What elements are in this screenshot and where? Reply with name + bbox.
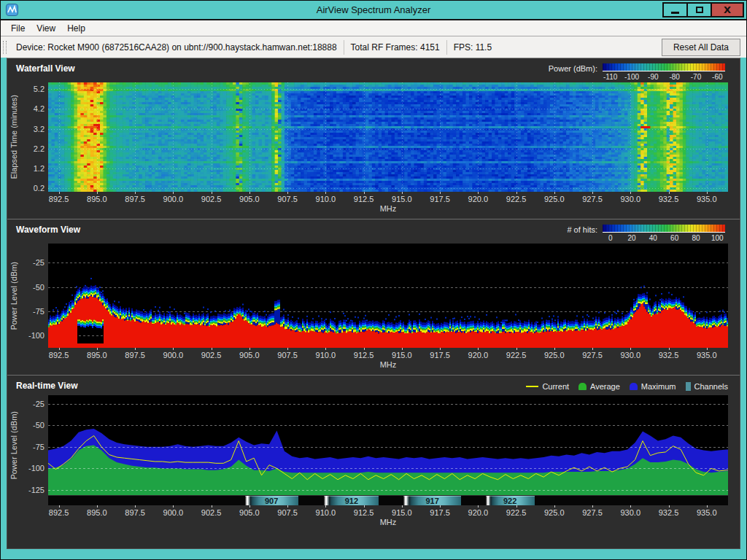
power-gradient-bar xyxy=(603,63,725,71)
channel-segment-912[interactable]: 912 xyxy=(324,496,379,505)
x-tick-label: 900.0 xyxy=(163,351,184,359)
x-tick-label: 922.5 xyxy=(506,351,527,359)
maximize-button[interactable] xyxy=(686,2,712,18)
x-tick-label: 897.5 xyxy=(125,195,145,203)
menu-file[interactable]: File xyxy=(5,23,31,34)
y-tick-label: -100 xyxy=(28,331,44,340)
x-tick-mark xyxy=(364,192,365,194)
legend-maximum: Maximum xyxy=(630,382,676,391)
x-tick-label: 920.0 xyxy=(468,351,489,359)
x-tick-label: 907.5 xyxy=(277,195,298,203)
reset-all-data-button[interactable]: Reset All Data xyxy=(662,39,740,56)
y-tick-label: -125 xyxy=(28,486,44,494)
x-tick-label: 932.5 xyxy=(659,508,679,517)
x-tick-mark xyxy=(440,192,441,194)
realtime-spectrum-canvas xyxy=(48,395,728,495)
y-tick-label: -75 xyxy=(33,443,44,451)
y-tick-label: -25 xyxy=(33,258,44,267)
app-window: AirView Spectrum Analyzer X File View He… xyxy=(0,0,747,560)
x-tick-mark xyxy=(59,192,60,194)
x-tick-mark xyxy=(554,348,555,350)
x-tick-mark xyxy=(364,348,365,350)
minimize-button[interactable] xyxy=(662,2,688,18)
channel-segment-922[interactable]: 922 xyxy=(486,496,535,505)
x-tick-mark xyxy=(554,505,555,508)
x-tick-label: 892.5 xyxy=(49,508,69,517)
y-tick-label: -25 xyxy=(33,400,44,408)
waterfall-yaxis: Elapsed Time (minutes) 5.24.23.22.21.20.… xyxy=(7,82,48,192)
realtime-section: Real-time View Current Average Maximu xyxy=(7,375,740,532)
x-tick-label: 935.0 xyxy=(697,195,717,203)
x-tick-label: 917.5 xyxy=(430,195,450,203)
x-tick-label: 915.0 xyxy=(392,351,412,359)
x-tick-label: 927.5 xyxy=(582,351,603,359)
menu-view[interactable]: View xyxy=(31,23,61,34)
x-tick-mark xyxy=(212,505,212,508)
x-tick-mark xyxy=(59,348,60,350)
x-tick-mark xyxy=(135,192,136,194)
close-button[interactable]: X xyxy=(711,2,744,18)
colorbar-tick-label: -80 xyxy=(664,71,685,81)
waterfall-chart: Elapsed Time (minutes) 5.24.23.22.21.20.… xyxy=(7,82,740,192)
colorbar-tick-label: 80 xyxy=(685,233,706,242)
channel-bar: 907912917922 xyxy=(48,496,728,505)
x-tick-mark xyxy=(135,505,136,508)
x-tick-mark xyxy=(249,192,250,194)
x-tick-mark xyxy=(707,192,708,194)
x-tick-label: 932.5 xyxy=(659,351,679,359)
realtime-chart: Power Level (dBm) -25-50-75-100-125 xyxy=(7,395,740,495)
x-tick-mark xyxy=(173,505,174,508)
x-tick-mark xyxy=(478,505,479,508)
x-tick-mark xyxy=(59,505,60,508)
x-tick-label: 902.5 xyxy=(201,351,222,359)
legend-current: Current xyxy=(526,382,569,391)
window-title: AirView Spectrum Analyzer xyxy=(1,4,746,15)
x-tick-label: 930.0 xyxy=(620,195,640,203)
x-tick-mark xyxy=(630,348,631,350)
hits-colorbar-label: # of hits: xyxy=(567,225,597,234)
legend-current-label: Current xyxy=(542,382,569,391)
x-tick-mark xyxy=(516,192,517,194)
y-tick-label: 1.2 xyxy=(34,164,44,173)
waveform-plot xyxy=(48,244,728,348)
x-tick-mark xyxy=(707,505,708,508)
x-tick-label: 925.0 xyxy=(544,351,565,359)
x-tick-mark xyxy=(97,192,98,194)
x-tick-label: 900.0 xyxy=(163,508,184,517)
charts-panel: Waterfall View Power (dBm): -110-100-90-… xyxy=(7,58,740,549)
device-status: Device: Rocket M900 (6872516CAA28) on ub… xyxy=(9,40,344,55)
x-tick-label: 902.5 xyxy=(201,195,222,203)
waterfall-title: Waterfall View xyxy=(16,63,75,74)
waveform-yaxis: Power Level (dBm) -25-50-75-100 xyxy=(7,244,48,348)
x-tick-label: 902.5 xyxy=(201,508,222,517)
x-tick-mark xyxy=(592,192,593,194)
y-tick-label: 0.2 xyxy=(34,184,44,192)
average-area-swatch xyxy=(578,383,587,390)
x-tick-label: 912.5 xyxy=(354,195,374,203)
x-tick-mark xyxy=(287,348,288,350)
x-tick-label: 920.0 xyxy=(468,508,489,517)
x-tick-label: 935.0 xyxy=(697,508,717,517)
rf-frames-status: Total RF Frames: 4151 xyxy=(344,40,447,55)
app-icon xyxy=(6,4,18,16)
hits-colorbar: # of hits: 020406080100 xyxy=(567,225,728,242)
channel-segment-907[interactable]: 907 xyxy=(245,496,298,505)
minimize-icon xyxy=(671,12,679,14)
x-tick-label: 907.5 xyxy=(277,508,298,517)
x-tick-label: 892.5 xyxy=(49,195,69,203)
power-colorbar-ticks: -110-100-90-80-70-60 xyxy=(600,71,728,81)
x-tick-label: 907.5 xyxy=(277,351,298,359)
x-tick-mark xyxy=(287,192,288,194)
menu-bar: File View Help xyxy=(1,20,746,36)
channel-segment-917[interactable]: 917 xyxy=(403,496,461,505)
x-tick-mark xyxy=(173,192,174,194)
fps-status: FPS: 11.5 xyxy=(447,40,498,55)
x-tick-mark xyxy=(212,192,212,194)
hits-colorbar-ticks: 020406080100 xyxy=(600,233,728,242)
waveform-title: Waveform View xyxy=(16,225,80,235)
y-tick-label: -50 xyxy=(33,421,44,429)
waveform-section: Waveform View # of hits: 020406080100 Po… xyxy=(7,219,740,375)
current-line-swatch xyxy=(526,386,538,387)
power-colorbar-body: -110-100-90-80-70-60 xyxy=(603,63,728,81)
menu-help[interactable]: Help xyxy=(61,23,91,34)
